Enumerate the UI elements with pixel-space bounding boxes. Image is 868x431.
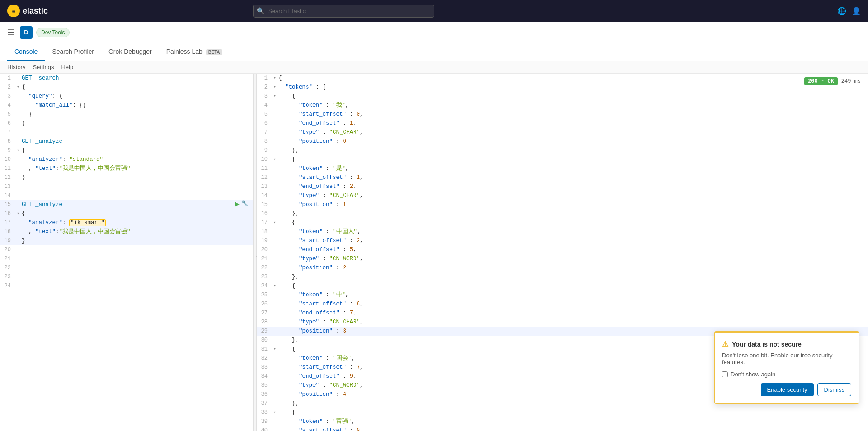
security-popup: ⚠ Your data is not secure Don't lose one… [714, 331, 859, 404]
response-line-24: 24 ▾ { [257, 281, 868, 290]
response-line-10: 10 ▾ { [257, 155, 868, 164]
wrench-button[interactable]: 🔧 [241, 200, 249, 206]
editor-line-2: 2 ▾ { [0, 83, 253, 92]
highlighted-value: "ik_smart" [69, 219, 106, 226]
dismiss-button[interactable]: Dismiss [817, 383, 852, 396]
dont-show-checkbox[interactable] [722, 371, 728, 377]
response-line-23: 23 }, [257, 272, 868, 281]
editor-line-1: 1 GET _search [0, 74, 253, 83]
svg-text:e: e [12, 8, 15, 14]
editor-line-13: 13 [0, 182, 253, 191]
elastic-logo-text: elastic [23, 6, 48, 16]
editor-pane[interactable]: 1 GET _search 2 ▾ { 3 "query": { 4 "matc… [0, 74, 253, 431]
beta-badge: BETA [206, 49, 222, 55]
response-line-21: 21 "type" : "CN_WORD", [257, 254, 868, 263]
settings-link[interactable]: Settings [33, 64, 54, 70]
response-line-16: 16 }, [257, 209, 868, 218]
elastic-logo[interactable]: e elastic [7, 5, 48, 17]
response-line-39: 39 "token" : "富强", [257, 417, 868, 426]
hamburger-button[interactable]: ☰ [5, 26, 16, 39]
response-line-2: 2 ▾ "tokens" : [ [257, 83, 868, 92]
editor-line-16: 16 ▾ { [0, 209, 253, 218]
response-line-7: 7 "type" : "CN_CHAR", [257, 128, 868, 137]
response-line-26: 26 "start_offset" : 6, [257, 300, 868, 309]
response-line-18: 18 "token" : "中国人", [257, 227, 868, 236]
tab-search-profiler[interactable]: Search Profiler [45, 43, 101, 61]
response-line-12: 12 "start_offset" : 1, [257, 173, 868, 182]
response-line-6: 6 "end_offset" : 1, [257, 119, 868, 128]
top-nav: e elastic 🔍 🌐 👤 [0, 0, 868, 22]
editor-line-15: 15 GET _analyze ▶ 🔧 [0, 200, 253, 209]
editor-line-7: 7 [0, 128, 253, 137]
editor-line-6: 6 } [0, 119, 253, 128]
run-button[interactable]: ▶ [234, 200, 241, 207]
popup-actions: Enable security Dismiss [722, 383, 851, 396]
editor-line-10: 10 "analyzer": "standard" [0, 155, 253, 164]
response-line-9: 9 }, [257, 146, 868, 155]
tab-grok-debugger[interactable]: Grok Debugger [101, 43, 159, 61]
user-icon[interactable]: 👤 [852, 7, 861, 15]
response-line-11: 11 "token" : "是", [257, 164, 868, 173]
editor-line-18: 18 , "text":"我是中国人，中国会富强" [0, 227, 253, 236]
editor-line-20: 20 [0, 245, 253, 254]
editor-line-17: 17 "analyzer": "ik_smart" [0, 218, 253, 227]
response-line-5: 5 "start_offset" : 0, [257, 110, 868, 119]
search-bar-wrapper: 🔍 [253, 5, 434, 18]
dont-show-row: Don't show again [722, 371, 851, 378]
search-icon: 🔍 [257, 7, 264, 14]
editor-line-21: 21 [0, 254, 253, 263]
response-line-25: 25 "token" : "中", [257, 290, 868, 300]
nav-right: 🌐 👤 [837, 7, 861, 15]
status-bar: 200 - OK 249 ms [797, 74, 868, 89]
response-line-17: 17 ▾ { [257, 218, 868, 227]
response-line-27: 27 "end_offset" : 7, [257, 309, 868, 318]
editor-line-8: 8 GET _analyze [0, 137, 253, 146]
response-line-20: 20 "end_offset" : 5, [257, 245, 868, 254]
hamburger-icon: ☰ [7, 28, 14, 37]
response-line-22: 22 "position" : 2 [257, 263, 868, 272]
response-line-15: 15 "position" : 1 [257, 200, 868, 209]
editor-line-3: 3 "query": { [0, 92, 253, 101]
response-line-13: 13 "end_offset" : 2, [257, 182, 868, 191]
response-line-38: 38 ▾ { [257, 408, 868, 417]
editor-line-19: 19 } [0, 236, 253, 245]
second-bar: ☰ D Dev Tools [0, 22, 868, 43]
response-line-14: 14 "type" : "CN_CHAR", [257, 191, 868, 200]
editor-line-23: 23 [0, 272, 253, 281]
response-line-28: 28 "type" : "CN_CHAR", [257, 318, 868, 327]
editor-line-11: 11 , "text":"我是中国人，中国会富强" [0, 164, 253, 173]
response-line-4: 4 "token" : "我", [257, 101, 868, 110]
dev-tools-badge[interactable]: Dev Tools [36, 28, 70, 37]
editor-line-24: 24 [0, 281, 253, 290]
editor-line-9: 9 ▾ { [0, 146, 253, 155]
status-time: 249 ms [841, 78, 861, 84]
response-line-8: 8 "position" : 0 [257, 137, 868, 146]
globe-icon[interactable]: 🌐 [837, 7, 846, 15]
elastic-logo-icon: e [7, 5, 20, 17]
help-link[interactable]: Help [61, 64, 73, 70]
editor-line-12: 12 } [0, 173, 253, 182]
tab-painless-lab[interactable]: Painless Lab BETA [159, 43, 229, 61]
avatar-badge[interactable]: D [20, 26, 33, 39]
response-line-40: 40 "start_offset" : 9, [257, 426, 868, 431]
tabs-bar: Console Search Profiler Grok Debugger Pa… [0, 43, 868, 61]
editor-line-14: 14 [0, 191, 253, 200]
editor-line-4: 4 "match_all": {} [0, 101, 253, 110]
sub-toolbar: History Settings Help [0, 61, 868, 74]
tab-console[interactable]: Console [7, 43, 45, 61]
enable-security-button[interactable]: Enable security [761, 383, 814, 396]
pane-divider[interactable]: ⋮ [253, 74, 257, 431]
warning-icon: ⚠ [722, 340, 728, 348]
elastic-svg-icon: e [9, 6, 18, 15]
search-input[interactable] [253, 5, 434, 18]
history-link[interactable]: History [7, 64, 25, 70]
response-line-19: 19 "start_offset" : 2, [257, 236, 868, 245]
editor-line-5: 5 } [0, 110, 253, 119]
search-bar-container: 🔍 [253, 5, 434, 18]
security-popup-body: Don't lose one bit. Enable our free secu… [722, 352, 851, 365]
response-line-3: 3 ▾ { [257, 92, 868, 101]
security-popup-title: ⚠ Your data is not secure [722, 340, 851, 348]
dont-show-label[interactable]: Don't show again [731, 371, 775, 378]
status-ok-badge: 200 - OK [804, 77, 838, 85]
editor-line-22: 22 [0, 263, 253, 272]
